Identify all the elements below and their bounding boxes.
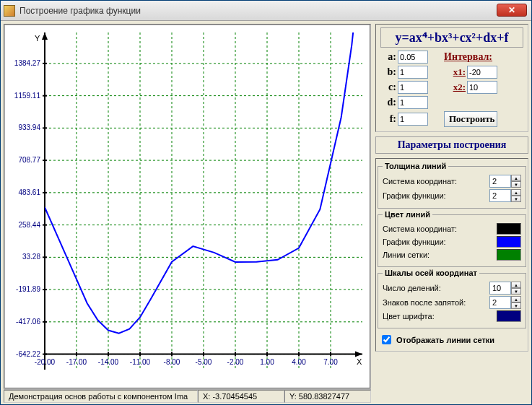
label-a: a: xyxy=(380,51,396,63)
label-f: f: xyxy=(380,113,396,125)
svg-text:Y: Y xyxy=(35,34,40,43)
svg-text:-20.00: -20.00 xyxy=(35,358,56,366)
svg-text:-11.00: -11.00 xyxy=(130,358,151,366)
plot-frame: -20.00-17.00-14.00-11.00-8.00-5.00-2.001… xyxy=(4,24,371,389)
scales-div-input[interactable] xyxy=(489,282,511,295)
titlebar: Построение графика функции ✕ xyxy=(1,1,531,21)
label-b: b: xyxy=(380,66,396,78)
colors-legend: Цвет линий xyxy=(383,210,432,219)
thickness-fieldset: Толщина линий Система координат: ▲▼ Граф… xyxy=(378,162,526,209)
params-title: Параметры построения xyxy=(375,136,528,154)
svg-text:33.28: 33.28 xyxy=(22,253,40,261)
scales-dec-input[interactable] xyxy=(489,296,511,309)
scales-fieldset: Шкалы осей координат Число делений: ▲▼ З… xyxy=(378,269,526,328)
status-demo: Демонстрация основ работы с компонентом … xyxy=(4,390,198,403)
function-plot: -20.00-17.00-14.00-11.00-8.00-5.00-2.001… xyxy=(5,25,370,388)
input-c[interactable] xyxy=(398,81,428,94)
label-x1: x1: xyxy=(444,66,466,78)
spin-down-icon[interactable]: ▼ xyxy=(511,288,521,295)
svg-text:X: X xyxy=(357,357,362,366)
spin-up-icon[interactable]: ▲ xyxy=(511,189,521,196)
input-x2[interactable] xyxy=(467,81,497,94)
status-y: Y: 580.83827477 xyxy=(284,390,371,403)
coefficients-panel: y=ax⁴+bx³+cx²+dx+f a: Интервал: b: x1: c… xyxy=(375,24,528,132)
coef-grid: a: Интервал: b: x1: c: x2: d: xyxy=(380,51,523,127)
scales-div-spinner[interactable]: ▲▼ xyxy=(489,282,521,295)
svg-text:708.77: 708.77 xyxy=(18,156,40,164)
thickness-sys-spinner[interactable]: ▲▼ xyxy=(489,175,521,188)
svg-text:1.00: 1.00 xyxy=(260,358,274,366)
svg-marker-23 xyxy=(355,352,362,357)
color-func-swatch[interactable] xyxy=(497,236,521,248)
color-sys-label: Система координат: xyxy=(383,225,494,233)
thickness-func-label: График функции: xyxy=(383,191,487,200)
svg-text:483.61: 483.61 xyxy=(18,188,40,196)
thickness-legend: Толщина линий xyxy=(383,162,448,170)
thickness-sys-label: Система координат: xyxy=(383,177,487,186)
svg-text:-14.00: -14.00 xyxy=(98,358,119,366)
svg-text:4.00: 4.00 xyxy=(292,358,306,366)
window-title: Построение графика функции xyxy=(19,6,141,16)
svg-text:933.94: 933.94 xyxy=(18,123,40,131)
color-grid-label: Линии сетки: xyxy=(383,251,494,259)
params-panel: Толщина линий Система координат: ▲▼ Граф… xyxy=(375,158,528,352)
color-grid-swatch[interactable] xyxy=(497,249,521,261)
scales-div-label: Число делений: xyxy=(383,284,487,292)
svg-text:1159.11: 1159.11 xyxy=(14,92,41,100)
svg-text:-191.89: -191.89 xyxy=(16,285,40,293)
scales-font-label: Цвет шрифта: xyxy=(383,312,494,321)
app-icon xyxy=(4,5,15,17)
spin-down-icon[interactable]: ▼ xyxy=(511,196,521,202)
svg-text:258.44: 258.44 xyxy=(18,221,40,229)
input-x1[interactable] xyxy=(467,66,497,79)
close-button[interactable]: ✕ xyxy=(497,4,527,17)
svg-marker-22 xyxy=(42,32,48,40)
input-f[interactable] xyxy=(398,113,428,126)
svg-text:-17.00: -17.00 xyxy=(66,358,87,366)
thickness-func-input[interactable] xyxy=(489,189,511,202)
scales-dec-label: Знаков после запятой: xyxy=(383,298,487,307)
label-c: c: xyxy=(380,82,396,93)
svg-text:-2.00: -2.00 xyxy=(227,358,244,366)
spin-down-icon[interactable]: ▼ xyxy=(511,181,521,188)
svg-text:1384.27: 1384.27 xyxy=(14,59,41,67)
left-pane: -20.00-17.00-14.00-11.00-8.00-5.00-2.001… xyxy=(4,24,371,401)
right-pane: y=ax⁴+bx³+cx²+dx+f a: Интервал: b: x1: c… xyxy=(375,24,528,401)
formula-display: y=ax⁴+bx³+cx²+dx+f xyxy=(380,27,523,48)
input-b[interactable] xyxy=(398,66,428,79)
show-grid-label: Отображать линии сетки xyxy=(396,336,494,344)
color-sys-swatch[interactable] xyxy=(497,223,521,235)
status-x: X: -3.70454545 xyxy=(198,390,284,403)
spin-up-icon[interactable]: ▲ xyxy=(511,175,521,181)
interval-title: Интервал: xyxy=(444,51,497,63)
font-color-swatch[interactable] xyxy=(497,310,521,322)
spin-up-icon[interactable]: ▲ xyxy=(511,296,521,302)
label-x2: x2: xyxy=(444,82,466,93)
svg-text:-417.06: -417.06 xyxy=(16,318,40,326)
svg-text:-5.00: -5.00 xyxy=(196,358,212,366)
label-d: d: xyxy=(380,97,396,108)
spin-up-icon[interactable]: ▲ xyxy=(511,282,521,288)
svg-text:-8.00: -8.00 xyxy=(164,358,180,366)
svg-text:7.00: 7.00 xyxy=(323,358,338,366)
build-button[interactable]: Построить xyxy=(444,111,497,127)
app-window: Построение графика функции ✕ -20.00-17.0… xyxy=(0,0,532,405)
thickness-sys-input[interactable] xyxy=(489,175,511,188)
color-func-label: График функции: xyxy=(383,238,494,246)
show-grid-checkbox[interactable] xyxy=(382,335,391,344)
svg-text:-642.22: -642.22 xyxy=(16,350,40,358)
scales-dec-spinner[interactable]: ▲▼ xyxy=(489,296,521,309)
statusbar: Демонстрация основ работы с компонентом … xyxy=(4,389,371,403)
input-a[interactable] xyxy=(398,51,428,64)
scales-legend: Шкалы осей координат xyxy=(383,269,479,277)
content-area: -20.00-17.00-14.00-11.00-8.00-5.00-2.001… xyxy=(1,21,531,404)
spin-down-icon[interactable]: ▼ xyxy=(511,302,521,309)
input-d[interactable] xyxy=(398,96,428,109)
colors-fieldset: Цвет линий Система координат: График фун… xyxy=(378,210,526,267)
thickness-func-spinner[interactable]: ▲▼ xyxy=(489,189,521,202)
show-grid-row: Отображать линии сетки xyxy=(378,330,526,349)
